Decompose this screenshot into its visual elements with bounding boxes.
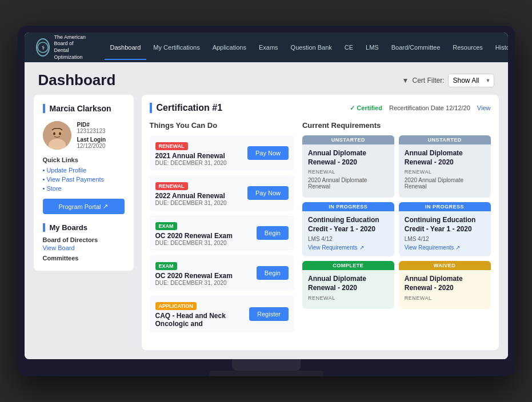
avatar-info: PID# 123123123 Last Login 12/12/2020 — [77, 122, 106, 149]
todo-item-0: RENEWAL 2021 Annual Renewal DUE: DECEMBE… — [150, 135, 294, 171]
todo-item-2: EXAM OC 2020 Renewal Exam DUE: DECEMBER … — [150, 215, 294, 251]
my-boards-title: My Boards — [50, 223, 125, 232]
logo-text: The American Board of Dental Optimizatio… — [54, 34, 87, 61]
checkmark-icon: ✓ — [350, 104, 355, 112]
quick-links-heading: Quick Links — [43, 156, 125, 163]
pid-label: PID# — [77, 122, 106, 128]
requirements-grid: UNSTARTED Annual Diplomate Renewal - 202… — [302, 135, 491, 309]
board-of-directors-label: Board of Directors — [43, 236, 125, 243]
nav-my-certifications[interactable]: My Certifications — [147, 35, 205, 60]
req-title-2: Continuing Education Credit - Year 1 - 2… — [308, 216, 389, 234]
nav-resources[interactable]: Resources — [447, 35, 489, 60]
nav-question-bank[interactable]: Question Bank — [285, 35, 338, 60]
nav-logo: ⚕ The American Board of Dental Optimizat… — [36, 34, 87, 61]
filter-icon: ▼ — [402, 77, 409, 85]
svg-point-10 — [59, 132, 61, 135]
program-portal-button[interactable]: Program Portal ↗ — [43, 199, 125, 214]
view-certification-link[interactable]: View — [477, 104, 491, 111]
req-card-5: WAIVED Annual Diplomate Renewal - 2020 R… — [399, 261, 491, 308]
sidebar-name-section: Marcia Clarkson — [43, 104, 125, 113]
req-link-2[interactable]: View Requirements ↗ — [308, 244, 389, 251]
req-sub-0: 2020 Annual Diplomate Renewal — [308, 177, 389, 190]
nav-dashboard[interactable]: Dashboard — [105, 35, 147, 60]
todo-due-2: DUE: DECEMBER 31, 2020 — [155, 240, 233, 246]
cert-title-section: Certification #1 — [150, 103, 223, 113]
req-lms-2: LMS 4/12 — [308, 236, 389, 242]
req-status-2: IN PROGRESS — [302, 202, 394, 211]
content-area: Marcia Clarkson — [25, 95, 508, 359]
todo-badge-4: APPLICATION — [155, 302, 197, 310]
nav-lms[interactable]: LMS — [360, 35, 385, 60]
requirements-panel: Current Requirements UNSTARTED Annual Di… — [302, 121, 491, 337]
req-sub-1: 2020 Annual Diplomate Renewal — [405, 177, 485, 190]
req-status-5: WAIVED — [399, 261, 491, 270]
last-login-value: 12/12/2020 — [77, 143, 106, 149]
nav-history[interactable]: History — [490, 35, 508, 60]
things-heading: Things You Can Do — [150, 121, 294, 130]
todo-title-2: OC 2020 Renewal Exam — [155, 232, 233, 240]
user-avatar — [43, 121, 71, 150]
external-icon-3: ↗ — [455, 244, 460, 251]
cert-filter-select[interactable]: Show All — [448, 74, 494, 87]
todo-action-button-0[interactable]: Pay Now — [247, 146, 289, 160]
panels-row: Things You Can Do RENEWAL 2021 Annual Re… — [150, 121, 491, 337]
external-icon-2: ↗ — [359, 244, 364, 251]
certified-badge: ✓ Certified — [350, 104, 382, 112]
req-link-3[interactable]: View Requirements ↗ — [405, 244, 485, 251]
todo-action-button-1[interactable]: Pay Now — [247, 186, 289, 200]
req-type-4: RENEWAL — [308, 295, 389, 301]
todo-badge-0: RENEWAL — [155, 142, 188, 150]
todo-item-4: APPLICATION CAQ - Head and Neck Oncologi… — [150, 295, 294, 332]
svg-point-9 — [53, 132, 55, 135]
todo-title-1: 2022 Annual Renewal — [155, 192, 227, 200]
req-card-0: UNSTARTED Annual Diplomate Renewal - 202… — [302, 135, 394, 198]
recert-date: Recertification Date 12/12/20 — [389, 104, 470, 111]
quick-link-update-profile[interactable]: Update Profile — [43, 167, 125, 174]
todo-action-button-3[interactable]: Begin — [257, 266, 289, 280]
navbar: ⚕ The American Board of Dental Optimizat… — [25, 33, 508, 62]
committees-label: Committees — [43, 255, 125, 262]
req-card-4: COMPLETE Annual Diplomate Renewal - 2020… — [302, 261, 394, 308]
req-status-3: IN PROGRESS — [399, 202, 491, 211]
todo-action-button-4[interactable]: Register — [249, 307, 289, 321]
req-type-0: RENEWAL — [308, 169, 389, 175]
page-header: Dashboard ▼ Cert Filter: Show All — [25, 62, 508, 95]
filter-label: Cert Filter: — [412, 77, 444, 85]
main-panel: Certification #1 ✓ Certified Recertifica… — [142, 95, 499, 350]
sidebar: Marcia Clarkson — [34, 95, 134, 271]
todo-title-4: CAQ - Head and Neck Oncologic and — [155, 312, 250, 328]
todo-action-button-2[interactable]: Begin — [257, 226, 289, 240]
req-card-2: IN PROGRESS Continuing Education Credit … — [302, 202, 394, 256]
requirements-heading: Current Requirements — [302, 121, 491, 130]
todo-due-0: DUE: DECEMBER 31, 2020 — [155, 160, 227, 166]
my-boards-section: My Boards — [43, 223, 125, 232]
cert-status-row: ✓ Certified Recertification Date 12/12/2… — [350, 104, 490, 112]
view-board-link[interactable]: View Board — [43, 244, 125, 251]
cert-filter: ▼ Cert Filter: Show All — [402, 74, 494, 87]
req-status-1: UNSTARTED — [399, 135, 491, 144]
nav-exams[interactable]: Exams — [253, 35, 284, 60]
avatar-row: PID# 123123123 Last Login 12/12/2020 — [43, 121, 125, 150]
todo-item-1: RENEWAL 2022 Annual Renewal DUE: DECEMBE… — [150, 175, 294, 211]
todo-title-0: 2021 Annual Renewal — [155, 152, 227, 160]
req-card-3: IN PROGRESS Continuing Education Credit … — [399, 202, 491, 256]
todo-badge-1: RENEWAL — [155, 182, 188, 190]
nav-applications[interactable]: Applications — [207, 35, 252, 60]
pid-value: 123123123 — [77, 128, 106, 134]
req-title-3: Continuing Education Credit - Year 1 - 2… — [405, 216, 485, 234]
req-card-1: UNSTARTED Annual Diplomate Renewal - 202… — [399, 135, 491, 198]
logo-icon: ⚕ — [36, 38, 50, 57]
last-login-label: Last Login — [77, 136, 106, 143]
req-type-1: RENEWAL — [405, 169, 485, 175]
things-panel: Things You Can Do RENEWAL 2021 Annual Re… — [150, 121, 294, 337]
req-title-4: Annual Diplomate Renewal - 2020 — [308, 275, 389, 292]
quick-link-store[interactable]: Store — [43, 185, 125, 192]
req-title-0: Annual Diplomate Renewal - 2020 — [308, 149, 389, 167]
nav-ce[interactable]: CE — [339, 35, 359, 60]
main-content: Dashboard ▼ Cert Filter: Show All Marcia… — [25, 62, 508, 359]
quick-link-view-past-payments[interactable]: View Past Payments — [43, 176, 125, 183]
todo-badge-3: EXAM — [155, 262, 177, 270]
cert-header: Certification #1 ✓ Certified Recertifica… — [150, 103, 491, 113]
nav-board-committee[interactable]: Board/Committee — [386, 35, 446, 60]
nav-links: Dashboard My Certifications Applications… — [105, 35, 508, 60]
